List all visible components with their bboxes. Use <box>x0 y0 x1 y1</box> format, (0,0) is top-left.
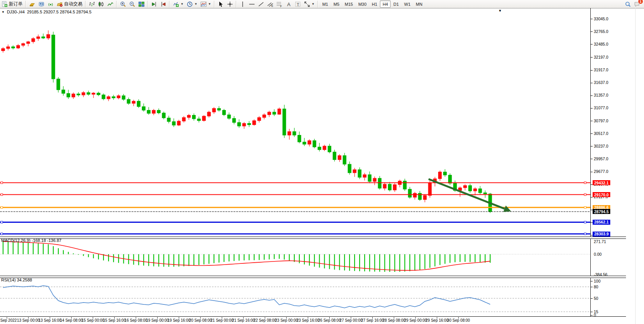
price-tick-mark <box>591 108 593 109</box>
price-tick-mark <box>591 146 593 146</box>
price-tick-label: 32197.0 <box>594 55 608 59</box>
rsi-tick-mark <box>591 298 593 299</box>
macd-tick-label: 271.71 <box>594 239 606 244</box>
time-axis-label: 20 Sep 08:00 <box>189 318 212 322</box>
time-axis-label: 19 Sep 00:00 <box>146 318 169 322</box>
price-tick-label: 32485.0 <box>594 42 608 46</box>
candles[interactable] <box>2 30 492 213</box>
chart-symbol-label: DJ30-,H4 <box>7 10 25 14</box>
time-axis[interactable]: 2 Sep 202213 Sep 00:0013 Sep 16:0014 Sep… <box>0 317 590 324</box>
rsi-line[interactable] <box>3 286 490 308</box>
time-axis-label: 2 Sep 2022 <box>0 318 17 322</box>
macd-rsi-splitter[interactable] <box>0 276 626 278</box>
search-icon <box>625 1 631 7</box>
rsi-tick-mark <box>591 312 593 312</box>
chart-header: ▼ DJ30-,H4 29185.5 29207.5 28764.5 28794… <box>0 8 92 15</box>
price-tick-mark <box>591 172 593 172</box>
time-axis-label: 21 Sep 00:00 <box>210 318 233 322</box>
price-tick-mark <box>591 31 593 32</box>
macd-histogram[interactable] <box>3 241 491 272</box>
rsi-tick-label: 50 <box>594 296 598 301</box>
price-level-badge: 29170.0 <box>593 192 610 197</box>
time-axis-label: 19 Sep 16:00 <box>168 318 191 322</box>
time-axis-label: 13 Sep 00:00 <box>17 318 40 322</box>
time-axis-label: 15 Sep 00:00 <box>82 318 105 322</box>
price-level-badge: 29432.1 <box>593 180 610 185</box>
price-tick-mark <box>591 159 593 159</box>
price-level-badge: 28562.1 <box>593 220 610 225</box>
time-axis-label: 21 Sep 16:00 <box>232 318 255 322</box>
price-tick-label: 30797.0 <box>594 118 608 123</box>
current-price-badge: 28794.5 <box>593 209 610 214</box>
price-tick-label: 29677.0 <box>594 169 608 174</box>
price-tick-mark <box>591 70 593 71</box>
price-tick-mark <box>591 121 593 121</box>
price-tick-label: 30517.0 <box>594 131 608 136</box>
time-axis-label: 29 Sep 00:00 <box>404 318 427 322</box>
time-axis-label: 13 Sep 16:00 <box>38 318 61 322</box>
rsi-tick-mark <box>591 315 593 316</box>
rsi-timeaxis-separator <box>0 316 626 317</box>
price-tick-label: 30237.0 <box>594 144 608 148</box>
price-axis[interactable]: 33045.032765.032485.032197.031917.031637… <box>591 8 644 317</box>
time-axis-label: 14 Sep 08:00 <box>60 318 83 322</box>
notifications-button[interactable]: 1 <box>632 0 642 8</box>
time-axis-label: 30 Sep 08:00 <box>447 318 470 322</box>
search-button[interactable] <box>623 0 632 8</box>
time-axis-label: 27 Sep 16:00 <box>361 318 384 322</box>
price-tick-mark <box>591 57 593 58</box>
rsi-tick-mark <box>591 281 593 281</box>
price-tick-label: 29957.0 <box>594 156 608 161</box>
time-axis-label: 26 Sep 08:00 <box>318 318 341 322</box>
price-tick-mark <box>591 95 593 96</box>
price-tick-mark <box>591 133 593 134</box>
time-axis-label: 16 Sep 08:00 <box>125 318 148 322</box>
price-tick-label: 33045.0 <box>594 16 608 21</box>
chart-shift-marker-icon[interactable]: ▼ <box>498 9 502 13</box>
time-axis-label: 29 Sep 16:00 <box>426 318 449 322</box>
price-tick-label: 31077.0 <box>594 105 608 110</box>
rsi-tick-label: 100 <box>594 279 601 283</box>
chart-ohlc-readout: 29185.5 29207.5 28764.5 28794.5 <box>27 10 91 14</box>
one-click-collapse-icon[interactable]: ▼ <box>2 10 5 14</box>
price-tick-mark <box>591 83 593 83</box>
macd-signal-line[interactable] <box>3 242 490 270</box>
macd-tick-label: 0.00 <box>594 252 601 257</box>
rsi-tick-mark <box>591 287 593 287</box>
time-axis-label: 28 Sep 08:00 <box>383 318 406 322</box>
time-axis-label: 27 Sep 00:00 <box>340 318 363 322</box>
time-axis-label: 23 Sep 16:00 <box>297 318 320 322</box>
price-tick-mark <box>591 44 593 44</box>
price-level-badge: 28303.9 <box>593 232 610 237</box>
time-axis-label: 15 Sep 16:00 <box>103 318 126 322</box>
notification-badge: 1 <box>638 0 643 4</box>
time-axis-label: 23 Sep 00:00 <box>275 318 298 322</box>
time-axis-label: 22 Sep 08:00 <box>253 318 276 322</box>
trading-app-window: 新订单自动交易▼▼▼EFAT▼M1M5M15M30H1H4D1W1MN1 ▼ D… <box>0 0 644 324</box>
rsi-indicator-label: RSI(14) 34.2588 <box>1 278 32 282</box>
price-tick-label: 31357.0 <box>594 93 608 97</box>
price-tick-label: 32765.0 <box>594 29 608 34</box>
rsi-tick-label: 80 <box>594 285 598 289</box>
price-tick-mark <box>591 19 593 19</box>
chart-macd-splitter[interactable] <box>0 237 626 239</box>
price-tick-label: 31637.0 <box>594 80 608 85</box>
price-tick-label: 31917.0 <box>594 67 608 72</box>
